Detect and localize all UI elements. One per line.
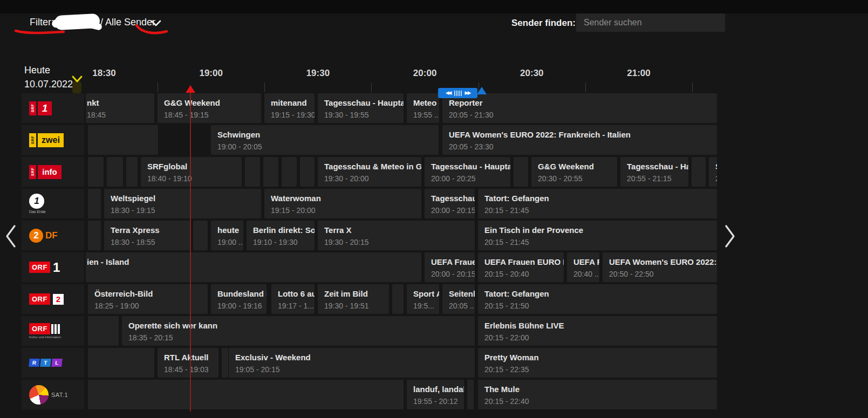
program-block[interactable]: UEFA Fr20:40 ... <box>567 252 599 282</box>
program-block[interactable]: S2 <box>709 157 717 187</box>
channel-logo-daserste[interactable]: 1Das Erste <box>29 194 46 214</box>
program-block[interactable]: mitenand19:15 - 19:30 <box>264 93 315 123</box>
channel-logo-sat1[interactable]: SAT.1 <box>29 385 68 405</box>
program-block[interactable]: Erlebnis Bühne LIVE20:15 - 22:00 <box>478 316 717 346</box>
program-block[interactable]: Weltspiegel18:30 - 19:15 <box>104 189 261 218</box>
program-block[interactable]: Bundesland h19:00 - 19:16 <box>211 284 266 314</box>
program-block[interactable]: G&G Weekend18:45 - 19:15 <box>158 93 261 123</box>
date-chevron-down-icon[interactable] <box>71 74 84 84</box>
program-block[interactable]: Reporter20:05 - 21:30 <box>442 93 717 123</box>
program-block-empty[interactable] <box>88 348 154 378</box>
timeline-scrubber[interactable]: ◀◀ ▶▶ <box>438 88 477 98</box>
program-block-empty[interactable] <box>514 157 528 187</box>
program-block-empty[interactable] <box>88 125 158 155</box>
program-block-empty[interactable] <box>392 284 404 314</box>
program-block[interactable]: Tagesschau - Hauptaus20:00 - 20:25 <box>425 157 510 187</box>
channel-cell[interactable]: 1Das Erste <box>22 189 84 218</box>
program-block[interactable]: Waterwoman19:15 - 20:00 <box>264 189 421 218</box>
channel-cell[interactable]: SAT.1 <box>22 380 84 409</box>
program-block[interactable]: RTL Aktuell18:45 - 19:03 <box>158 348 218 378</box>
filter-value[interactable]: / Alle Sender <box>100 17 155 28</box>
top-strip <box>0 0 868 13</box>
program-block-empty[interactable] <box>692 157 706 187</box>
program-block-empty[interactable] <box>282 157 297 187</box>
date-label[interactable]: Heute <box>24 65 50 76</box>
scrub-left-icon[interactable]: ◀◀ <box>446 91 451 95</box>
program-block[interactable]: UEFA Women's EURO 2022: Fra20:50 - 22:50 <box>603 252 717 282</box>
channel-cell[interactable]: ORFKultur und Information <box>22 316 84 346</box>
program-block[interactable]: Tatort: Gefangen20:15 - 21:45 <box>478 189 717 218</box>
program-title: Tagesschau - Hauptaus <box>324 98 404 108</box>
program-block-empty[interactable] <box>126 157 138 187</box>
scrub-right-icon[interactable]: ▶▶ <box>465 91 470 95</box>
program-block-empty[interactable] <box>88 380 404 409</box>
program-block[interactable]: Tagesschau - Hau20:55 - 21:15 <box>620 157 688 187</box>
program-block-empty[interactable] <box>88 316 119 346</box>
program-block-empty[interactable] <box>245 157 260 187</box>
channel-logo-orf3[interactable]: ORFKultur und Information <box>29 323 61 339</box>
channel-logo-srfzwei[interactable]: SRFzwei <box>29 133 64 147</box>
program-block[interactable]: nkt18:45 <box>86 93 154 123</box>
channel-cell[interactable]: ORF2 <box>22 284 84 314</box>
sender-find-label: Sender finden: <box>511 18 576 29</box>
program-block[interactable]: Zeit im Bild19:30 - 19:51 <box>318 284 389 314</box>
program-block-empty[interactable] <box>107 157 123 187</box>
program-block[interactable]: Tagesschau & Meteo in Geb19:30 - 20:00 <box>318 157 421 187</box>
program-block-empty[interactable] <box>88 189 101 218</box>
program-block[interactable]: Ein Tisch in der Provence20:15 - 21:45 <box>478 221 717 250</box>
timeline-tick <box>585 83 586 92</box>
channel-cell[interactable]: 2DF <box>22 221 84 250</box>
program-block-empty[interactable] <box>193 221 208 250</box>
channel-cell[interactable]: ORF1 <box>22 252 84 282</box>
program-block[interactable]: The Mule20:15 - 22:40 <box>478 380 717 409</box>
nav-next-button[interactable] <box>723 224 737 249</box>
chevron-down-icon[interactable] <box>150 19 162 27</box>
scrub-grip-icon[interactable] <box>454 91 462 96</box>
channel-logo-srf1[interactable]: SRF1 <box>29 101 52 115</box>
program-block[interactable]: Exclusiv - Weekend19:05 - 20:15 <box>229 348 475 378</box>
program-block[interactable]: landuf, landab19:55 - 20:12 <box>407 380 464 409</box>
program-block-empty[interactable] <box>222 348 228 378</box>
channel-cell[interactable]: SRFzwei <box>22 125 84 155</box>
program-block[interactable]: Schwingen19:00 - 20:05 <box>211 125 439 155</box>
program-block[interactable]: Tagesschau - Hauptaus19:30 - 19:55 <box>318 93 404 123</box>
channel-logo-zdf[interactable]: 2DF <box>29 229 58 243</box>
program-block[interactable]: Terra Xpress18:30 - 18:55 <box>104 221 190 250</box>
program-block[interactable]: heute19:00 ... <box>211 221 243 250</box>
channel-cell[interactable]: RTL <box>22 348 84 378</box>
program-block-empty[interactable] <box>300 157 315 187</box>
program-block[interactable]: Meteo -19:55 ... <box>407 93 439 123</box>
program-block[interactable]: UEFA Frauen20:00 - 20:15 <box>425 252 475 282</box>
program-block[interactable]: ien - Island <box>86 252 421 282</box>
channel-cell[interactable]: SRF1 <box>22 93 84 123</box>
program-block[interactable]: Tatort: Gefangen20:15 - 21:50 <box>478 284 717 314</box>
program-block[interactable]: UEFA Frauen EURO Eng20:15 - 20:40 <box>478 252 564 282</box>
program-block[interactable]: Sport A19:5... <box>407 284 439 314</box>
program-block[interactable]: Tagesschau20:00 - 20:15 <box>425 189 475 218</box>
nav-prev-button[interactable] <box>4 224 18 249</box>
program-block[interactable]: Pretty Woman20:15 - 22:35 <box>478 348 717 378</box>
program-block[interactable]: G&G Weekend20:30 - 20:55 <box>531 157 617 187</box>
channel-logo-rtl[interactable]: RTL <box>29 359 62 367</box>
channel-logo-orf2[interactable]: ORF2 <box>29 293 64 305</box>
program-block-empty[interactable] <box>88 221 101 250</box>
program-block-empty[interactable] <box>263 157 278 187</box>
program-block[interactable]: SRFglobal18:40 - 19:10 <box>141 157 242 187</box>
channel-logo-orf1[interactable]: ORF1 <box>29 260 60 275</box>
program-block[interactable]: Operette sich wer kann18:35 - 20:15 <box>122 316 475 346</box>
date-value[interactable]: 10.07.2022 <box>24 79 73 90</box>
program-block[interactable]: UEFA Women's EURO 2022: Frankreich - Ita… <box>442 125 717 155</box>
program-block-empty[interactable] <box>467 380 474 409</box>
program-block-empty[interactable] <box>88 157 104 187</box>
search-input[interactable] <box>576 13 725 32</box>
channel-cell[interactable]: SRFinfo <box>22 157 84 187</box>
program-time: 19:30 - 19:55 <box>324 111 404 119</box>
program-block[interactable]: Seitenb20:05 ... <box>442 284 475 314</box>
program-title: Waterwoman <box>271 194 421 203</box>
channel-logo-srfinfo[interactable]: SRFinfo <box>29 165 61 179</box>
program-block[interactable]: Terra X19:30 - 20:15 <box>318 221 475 250</box>
program-block[interactable]: Lotto 6 aus19:17 - 1... <box>271 284 315 314</box>
program-title: Tagesschau - Hau <box>627 162 688 172</box>
now-line <box>190 85 191 412</box>
program-block[interactable]: Berlin direkt: Som19:10 - 19:30 <box>247 221 315 250</box>
